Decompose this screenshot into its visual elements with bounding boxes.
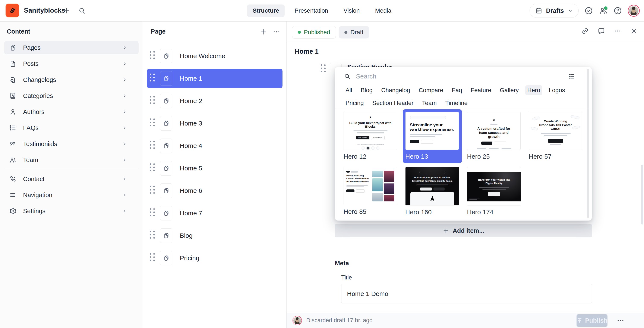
tab-vision[interactable]: Vision [338, 5, 365, 17]
category-chip-compare[interactable]: Compare [417, 85, 445, 95]
sidebar-item-categories[interactable]: Categories [4, 89, 138, 102]
category-chip-blog[interactable]: Blog [359, 85, 374, 95]
category-chip-hero[interactable]: Hero [525, 85, 542, 95]
sidebar-item-posts[interactable]: Posts [4, 57, 138, 70]
text-line [346, 187, 364, 187]
comments-icon[interactable] [598, 27, 605, 35]
user-avatar[interactable] [628, 5, 640, 17]
dialog-scrollbar-thumb[interactable] [587, 69, 589, 218]
category-chip-faq[interactable]: Faq [450, 85, 464, 95]
drag-handle-icon[interactable] [150, 74, 156, 83]
drag-handle-icon[interactable] [150, 186, 156, 196]
preview-secondary-button: Learn More [371, 136, 384, 140]
block-card-hero-13[interactable]: Streamline your workflow experience. Her… [405, 112, 459, 160]
sidebar-item-authors[interactable]: Authors [4, 105, 138, 118]
page-row-home-2[interactable]: Home 2 [147, 91, 282, 111]
sidebar-item-changelogs[interactable]: Changelogs [4, 73, 138, 86]
page-row-pricing[interactable]: Pricing [147, 248, 282, 268]
search-icon[interactable] [78, 7, 86, 15]
category-chip-feature[interactable]: Feature [469, 85, 493, 95]
list-view-icon[interactable] [568, 73, 575, 80]
block-card-hero-160[interactable]: Skyrocket your profits in no time. Strea… [405, 167, 459, 216]
collage-photo [372, 171, 383, 177]
collage-photo [372, 178, 383, 191]
category-chip-all[interactable]: All [344, 85, 354, 95]
author-avatar [292, 316, 302, 325]
tasks-icon[interactable] [584, 6, 593, 15]
drag-handle-icon[interactable] [150, 163, 156, 173]
block-card-hero-57[interactable]: Create Winning Proposals 10X Faster with… [529, 112, 583, 160]
block-card-hero-85[interactable]: Revolutionizing Client Collaboration for… [344, 167, 398, 216]
text-line [469, 198, 480, 198]
text-line [356, 132, 384, 133]
category-chip-section-header[interactable]: Section Header [370, 98, 416, 108]
close-icon[interactable] [630, 27, 638, 35]
drag-handle-icon[interactable] [150, 231, 156, 241]
tab-presentation[interactable]: Presentation [289, 5, 334, 17]
hero-preview: Revolutionizing Client Collaboration for… [344, 167, 397, 205]
editor-menu-icon[interactable] [614, 27, 621, 35]
workspace-logo[interactable] [6, 4, 19, 17]
category-chip-logos[interactable]: Logos [547, 85, 567, 95]
category-chip-changelog[interactable]: Changelog [379, 85, 412, 95]
new-document-button[interactable] [62, 7, 71, 15]
collage-photo [384, 184, 394, 194]
drag-handle-icon[interactable] [150, 141, 156, 151]
sidebar-item-testimonials[interactable]: Testimonials [4, 137, 138, 150]
draft-chip[interactable]: Draft [339, 26, 369, 39]
preview-footer-lines [469, 198, 480, 200]
sidebar-item-navigation[interactable]: Navigation [4, 188, 138, 202]
page-row-home-1[interactable]: Home 1 [147, 69, 282, 88]
help-icon[interactable] [613, 6, 622, 15]
add-page-button[interactable] [259, 28, 268, 36]
text-line [410, 134, 442, 135]
published-chip[interactable]: Published [292, 26, 336, 39]
drag-handle-icon[interactable] [150, 96, 156, 106]
publish-button[interactable]: Publish [576, 314, 608, 327]
drag-handle-icon[interactable] [150, 208, 156, 218]
pages-list-panel: Page Home Welcome Home 1 Home 2 Home 3 [143, 22, 286, 328]
sidebar-item-faqs[interactable]: FAQs [4, 121, 138, 134]
sidebar-item-label: Settings [23, 208, 122, 215]
tab-structure[interactable]: Structure [247, 5, 285, 17]
drag-handle-icon[interactable] [150, 253, 156, 263]
sidebar-item-label: Changelogs [23, 76, 122, 83]
sidebar-item-team[interactable]: Team [4, 153, 138, 167]
category-chip-pricing[interactable]: Pricing [344, 98, 366, 108]
copy-link-icon[interactable] [581, 27, 589, 35]
collaborators-icon[interactable] [599, 6, 608, 15]
category-chip-team[interactable]: Team [420, 98, 438, 108]
chevron-right-icon [122, 109, 128, 115]
title-field-input[interactable] [341, 284, 592, 303]
page-row-home-6[interactable]: Home 6 [147, 181, 282, 200]
category-chip-timeline[interactable]: Timeline [443, 98, 470, 108]
window-scrollbar-thumb[interactable] [641, 165, 643, 225]
sidebar-item-contact[interactable]: Contact [4, 172, 138, 186]
page-row-home-3[interactable]: Home 3 [147, 114, 282, 133]
drag-handle-icon[interactable] [150, 118, 156, 128]
preview-heading: Streamline your workflow experience. [410, 122, 454, 132]
preview-text-column: Revolutionizing Client Collaboration for… [346, 171, 370, 201]
drag-handle-icon[interactable] [150, 51, 156, 61]
document-thumb [160, 228, 172, 243]
page-row-home-5[interactable]: Home 5 [147, 159, 282, 178]
pages-panel-menu-button[interactable] [272, 28, 281, 36]
page-row-home-7[interactable]: Home 7 [147, 204, 282, 223]
block-search-input[interactable] [356, 72, 568, 80]
preview-primary-button [548, 139, 563, 143]
block-card-hero-25[interactable]: ◈ A system crafted for team success and … [467, 112, 521, 160]
sidebar-item-pages[interactable]: Pages [4, 41, 138, 54]
category-chip-gallery[interactable]: Gallery [498, 85, 521, 95]
releases-dropdown[interactable]: Drafts [530, 4, 579, 18]
page-row-blog[interactable]: Blog [147, 226, 282, 245]
page-row-home-4[interactable]: Home 4 [147, 136, 282, 155]
drag-handle-icon [321, 64, 326, 72]
page-row-home-welcome[interactable]: Home Welcome [147, 46, 282, 66]
add-item-button[interactable]: Add item... [335, 224, 592, 237]
sidebar-item-settings[interactable]: Settings [4, 204, 138, 218]
block-card-hero-12[interactable]: ✦ Build your next project with Blocks Ge… [344, 112, 398, 160]
block-card-hero-174[interactable]: Transform Your Vision Into Digital Reali… [467, 167, 521, 216]
collage-column [372, 171, 383, 201]
footer-menu-icon[interactable] [616, 316, 625, 325]
tab-media[interactable]: Media [370, 5, 397, 17]
